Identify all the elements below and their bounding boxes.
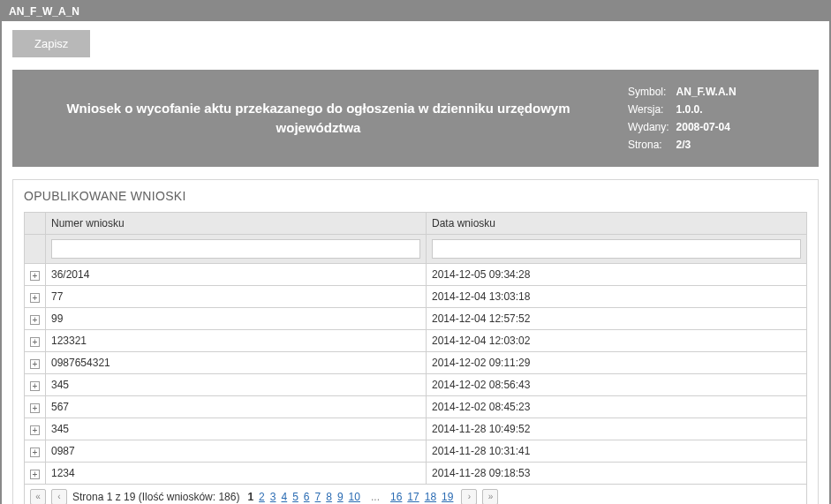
plus-icon[interactable]: + [30, 359, 40, 369]
table-row[interactable]: +992014-12-04 12:57:52 [25, 308, 807, 330]
table-row[interactable]: +3452014-12-02 08:56:43 [25, 374, 807, 396]
table-row[interactable]: +772014-12-04 13:03:18 [25, 286, 807, 308]
form-meta: Symbol: AN_F.W.A.N Wersja: 1.0.0. Wydany… [626, 82, 803, 154]
plus-icon[interactable]: + [30, 470, 40, 479]
cell-number: 1234 [46, 463, 427, 485]
expand-cell[interactable]: + [25, 286, 46, 308]
window-title: AN_F_W_A_N [9, 5, 79, 18]
table-row[interactable]: +09876543212014-12-02 09:11:29 [25, 352, 807, 374]
page-link[interactable]: 6 [301, 491, 313, 503]
page-prev-button[interactable]: ‹ [51, 489, 67, 504]
filter-date-input[interactable] [432, 239, 801, 259]
cell-number: 123321 [46, 330, 427, 352]
meta-page-value: 2/3 [676, 137, 742, 153]
meta-version-value: 1.0.0. [676, 102, 742, 117]
page-link[interactable]: 7 [313, 491, 324, 503]
plus-icon[interactable]: + [30, 293, 40, 303]
cell-date: 2014-11-28 09:18:53 [427, 463, 807, 485]
page-link[interactable]: 8 [323, 491, 335, 503]
expand-cell[interactable]: + [25, 352, 46, 374]
expand-cell[interactable]: + [25, 418, 46, 440]
page-link[interactable]: 17 [404, 491, 421, 503]
col-number-header[interactable]: Numer wniosku [46, 213, 427, 235]
cell-date: 2014-12-04 12:03:02 [427, 330, 807, 352]
table-row[interactable]: +1233212014-12-04 12:03:02 [25, 330, 807, 352]
requests-table: Numer wniosku Data wniosku +36/20142014-… [24, 212, 807, 485]
page-link[interactable]: 2 [256, 491, 268, 503]
table-row[interactable]: +12342014-11-28 09:18:53 [25, 463, 807, 485]
plus-icon[interactable]: + [30, 271, 40, 281]
cell-number: 345 [46, 374, 427, 396]
save-button[interactable]: Zapisz [12, 30, 90, 57]
form-title: Wniosek o wycofanie aktu przekazanego do… [28, 82, 626, 154]
section-title: OPUBLIKOWANE WNIOSKI [24, 189, 807, 203]
expand-cell[interactable]: + [25, 264, 46, 286]
cell-date: 2014-12-02 08:56:43 [427, 374, 807, 396]
filter-expand-cell [25, 235, 46, 264]
filter-number-input[interactable] [51, 239, 420, 259]
page-ellipsis: ... [368, 491, 382, 503]
pager-summary: Strona 1 z 19 (Ilość wniosków: 186) [72, 491, 239, 503]
table-row[interactable]: +5672014-12-02 08:45:23 [25, 396, 807, 418]
cell-number: 0987 [46, 440, 427, 463]
page-link[interactable]: 10 [346, 491, 363, 503]
col-expand-header [25, 213, 46, 235]
app-window: AN_F_W_A_N Zapisz Wniosek o wycofanie ak… [0, 0, 831, 504]
cell-number: 99 [46, 308, 427, 330]
cell-date: 2014-12-04 12:57:52 [427, 308, 807, 330]
cell-date: 2014-12-05 09:34:28 [427, 264, 807, 286]
cell-number: 36/2014 [46, 264, 427, 286]
cell-number: 567 [46, 396, 427, 418]
col-date-header[interactable]: Data wniosku [427, 213, 807, 235]
expand-cell[interactable]: + [25, 308, 46, 330]
table-row[interactable]: +36/20142014-12-05 09:34:28 [25, 264, 807, 286]
published-requests-section: OPUBLIKOWANE WNIOSKI Numer wniosku Data … [12, 179, 819, 504]
page-last-button[interactable]: » [482, 489, 498, 504]
cell-date: 2014-12-02 08:45:23 [427, 396, 807, 418]
cell-date: 2014-12-04 13:03:18 [427, 286, 807, 308]
form-header: Wniosek o wycofanie aktu przekazanego do… [12, 70, 819, 167]
page-link[interactable]: 5 [290, 491, 301, 503]
cell-number: 345 [46, 418, 427, 440]
meta-symbol-value: AN_F.W.A.N [676, 84, 742, 100]
meta-symbol-label: Symbol: [628, 84, 675, 100]
meta-version-label: Wersja: [628, 102, 675, 117]
cell-date: 2014-11-28 10:31:41 [427, 440, 807, 463]
window-titlebar: AN_F_W_A_N [2, 2, 829, 21]
plus-icon[interactable]: + [30, 315, 40, 325]
table-row[interactable]: +09872014-11-28 10:31:41 [25, 440, 807, 463]
page-link[interactable]: 16 [388, 491, 404, 503]
expand-cell[interactable]: + [25, 374, 46, 396]
page-link[interactable]: 9 [335, 491, 346, 503]
plus-icon[interactable]: + [30, 337, 40, 347]
cell-date: 2014-12-02 09:11:29 [427, 352, 807, 374]
plus-icon[interactable]: + [30, 403, 40, 413]
page-link[interactable]: 18 [422, 491, 439, 503]
expand-cell[interactable]: + [25, 396, 46, 418]
pager: « ‹ Strona 1 z 19 (Ilość wniosków: 186) … [24, 485, 807, 504]
page-first-button[interactable]: « [30, 489, 46, 504]
meta-issued-value: 2008-07-04 [676, 119, 742, 135]
expand-cell[interactable]: + [25, 330, 46, 352]
expand-cell[interactable]: + [25, 440, 46, 463]
plus-icon[interactable]: + [30, 448, 40, 457]
window-content: Zapisz Wniosek o wycofanie aktu przekaza… [2, 21, 829, 504]
table-row[interactable]: +3452014-11-28 10:49:52 [25, 418, 807, 440]
page-current: 1 [245, 491, 256, 503]
meta-issued-label: Wydany: [628, 119, 675, 135]
expand-cell[interactable]: + [25, 463, 46, 485]
cell-date: 2014-11-28 10:49:52 [427, 418, 807, 440]
page-link[interactable]: 3 [268, 491, 279, 503]
cell-number: 77 [46, 286, 427, 308]
page-link[interactable]: 19 [439, 491, 456, 503]
page-link[interactable]: 4 [278, 491, 290, 503]
meta-page-label: Strona: [628, 137, 675, 153]
plus-icon[interactable]: + [30, 425, 40, 435]
plus-icon[interactable]: + [30, 381, 40, 391]
page-next-button[interactable]: › [461, 489, 477, 504]
cell-number: 0987654321 [46, 352, 427, 374]
